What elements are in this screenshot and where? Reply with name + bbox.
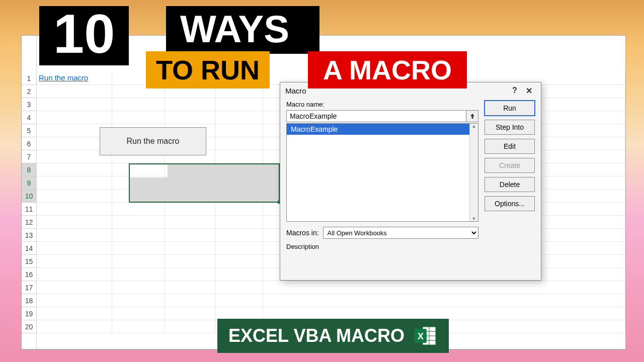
row-header[interactable]: 4 — [22, 111, 36, 124]
selection-fill — [168, 164, 279, 203]
macro-list-item[interactable]: MacroExample — [287, 124, 478, 135]
macro-name-label: Macro name: — [286, 101, 478, 108]
refedit-icon[interactable] — [466, 110, 478, 122]
row-header[interactable]: 15 — [22, 255, 36, 268]
row-header[interactable]: 18 — [22, 294, 36, 307]
macro-listbox[interactable]: MacroExample ▲ ▼ — [286, 123, 478, 222]
scroll-down-icon[interactable]: ▼ — [470, 216, 478, 221]
row-header[interactable]: 1 — [22, 72, 36, 85]
row-header[interactable]: 6 — [22, 137, 36, 150]
cell-a1-link[interactable]: Run the macro — [37, 72, 112, 84]
macros-in-select[interactable]: All Open Workbooks — [323, 227, 478, 239]
row-header[interactable]: 3 — [22, 98, 36, 111]
bottom-banner-text: EXCEL VBA MACRO — [228, 325, 405, 346]
excel-icon: X — [414, 324, 438, 348]
row-header[interactable]: 5 — [22, 124, 36, 137]
row-header[interactable]: 9 — [22, 176, 36, 190]
row-header[interactable]: 17 — [22, 281, 36, 294]
description-label: Description — [286, 243, 478, 250]
row-header[interactable]: 16 — [22, 268, 36, 281]
step-into-button[interactable]: Step Into — [485, 120, 535, 135]
row-header[interactable]: 10 — [22, 190, 36, 203]
row-header[interactable]: 11 — [22, 203, 36, 216]
row-header[interactable]: 12 — [22, 216, 36, 229]
scroll-up-icon[interactable]: ▲ — [470, 124, 478, 129]
row-header[interactable]: 2 — [22, 85, 36, 98]
macros-in-label: Macros in: — [286, 229, 319, 237]
svg-text:X: X — [418, 331, 424, 341]
row-header[interactable]: 19 — [22, 307, 36, 320]
row-header[interactable]: 7 — [22, 150, 36, 163]
selection-fill — [130, 177, 168, 203]
close-icon[interactable]: ✕ — [522, 86, 536, 96]
help-icon[interactable]: ? — [508, 86, 522, 95]
row-header[interactable]: 20 — [22, 320, 36, 333]
edit-button[interactable]: Edit — [485, 139, 535, 154]
row-header[interactable]: 13 — [22, 229, 36, 242]
macro-name-input[interactable] — [286, 110, 466, 122]
scrollbar[interactable]: ▲ ▼ — [469, 124, 478, 221]
bottom-banner: EXCEL VBA MACRO X — [217, 319, 449, 353]
run-macro-form-button[interactable]: Run the macro — [100, 127, 206, 155]
title-10: 10 — [39, 6, 129, 65]
title-ways: WAYS — [166, 6, 319, 54]
create-button: Create — [485, 158, 535, 173]
row-header[interactable]: 14 — [22, 242, 36, 255]
macro-dialog: Macro ? ✕ Macro name: MacroExample ▲ ▼ M… — [280, 82, 541, 281]
title-to-run: TO RUN — [146, 51, 270, 88]
delete-button[interactable]: Delete — [485, 177, 535, 192]
run-button[interactable]: Run — [485, 101, 535, 116]
dialog-title-text: Macro — [285, 86, 306, 95]
row-header-gutter: 1 2 3 4 5 6 7 8 9 10 11 12 13 14 15 16 1… — [22, 36, 37, 349]
options-button[interactable]: Options... — [485, 196, 535, 211]
row-header[interactable]: 8 — [22, 163, 36, 176]
title-a-macro: A MACRO — [308, 51, 467, 88]
